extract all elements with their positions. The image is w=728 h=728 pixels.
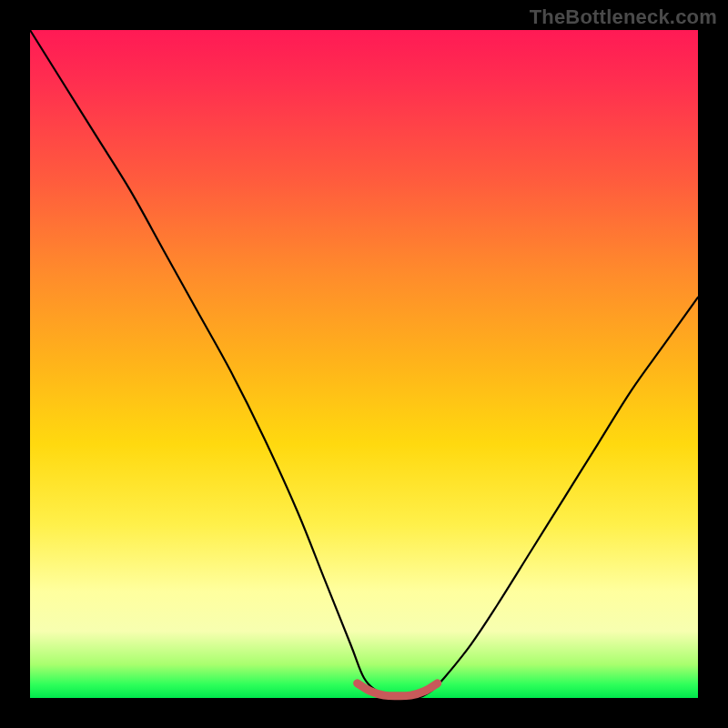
bottleneck-curve-path <box>30 30 698 699</box>
chart-frame: TheBottleneck.com <box>0 0 728 728</box>
plot-area <box>30 30 698 698</box>
curve-svg <box>30 30 698 698</box>
watermark-label: TheBottleneck.com <box>530 5 717 29</box>
